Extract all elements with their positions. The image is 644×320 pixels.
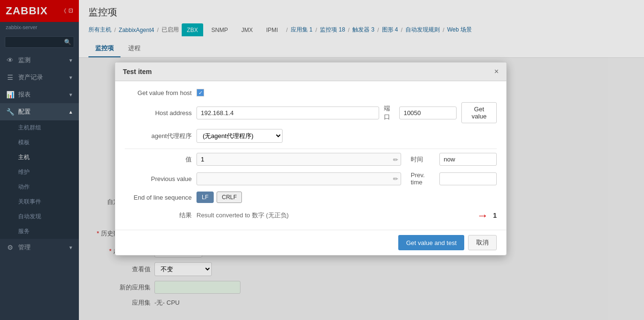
label-host-address: Host address (125, 109, 192, 117)
label-agent: agent代理程序 (125, 132, 192, 140)
dialog-row-eol: End of line sequence LF CRLF (125, 192, 497, 203)
dialog-title: Test item (123, 68, 152, 75)
close-button[interactable]: × (494, 67, 499, 76)
dialog-row-prevvalue: Previous value ✏ Prev. time (125, 171, 497, 186)
test-item-dialog: Test item × Get value from host ✓ Host a… (115, 62, 507, 256)
input-prev-value[interactable] (196, 172, 401, 185)
dialog-row-result: 结果 Result converted to 数字 (无正负) → 1 (125, 209, 497, 222)
label-time: 时间 (406, 155, 435, 164)
edit-value-icon[interactable]: ✏ (393, 156, 398, 163)
dialog-footer: Get value and test 取消 (115, 230, 506, 255)
input-value[interactable] (196, 153, 401, 166)
eol-buttons: LF CRLF (196, 192, 242, 203)
input-prev-time[interactable] (439, 172, 497, 185)
get-value-button[interactable]: Get value (461, 102, 497, 123)
port-label: 端口 (384, 104, 394, 121)
input-host-address[interactable] (196, 107, 379, 119)
input-port[interactable] (399, 107, 457, 119)
edit-prev-icon[interactable]: ✏ (393, 175, 398, 182)
get-value-and-test-button[interactable]: Get value and test (398, 235, 464, 250)
result-text: Result converted to 数字 (无正负) (196, 211, 472, 220)
cancel-button[interactable]: 取消 (468, 235, 497, 250)
label-prev-value: Previous value (125, 175, 192, 182)
dialog-row-host: Host address 端口 Get value (125, 102, 497, 123)
result-value: 1 (493, 212, 497, 219)
dialog-header: Test item × (115, 63, 506, 81)
eol-lf-button[interactable]: LF (196, 192, 214, 203)
label-value: 值 (125, 155, 192, 164)
label-prev-time: Prev. time (406, 171, 435, 186)
label-get-value-from-host: Get value from host (125, 89, 192, 96)
dialog-row-getvalue: Get value from host ✓ (125, 89, 497, 96)
dialog-row-value: 值 ✏ 时间 (125, 153, 497, 166)
dialog-overlay: Test item × Get value from host ✓ Host a… (0, 0, 644, 320)
eol-crlf-button[interactable]: CRLF (217, 192, 242, 203)
dialog-row-agent: agent代理程序 (无agent代理程序) (125, 129, 497, 143)
input-time[interactable] (439, 153, 497, 166)
select-agent[interactable]: (无agent代理程序) (196, 129, 283, 143)
label-eol: End of line sequence (125, 194, 192, 201)
label-result: 结果 (125, 211, 192, 220)
get-value-checkbox[interactable]: ✓ (196, 89, 204, 96)
dialog-body: Get value from host ✓ Host address 端口 Ge… (115, 81, 506, 230)
separator-1 (125, 149, 497, 149)
arrow-right-icon: → (477, 209, 488, 222)
